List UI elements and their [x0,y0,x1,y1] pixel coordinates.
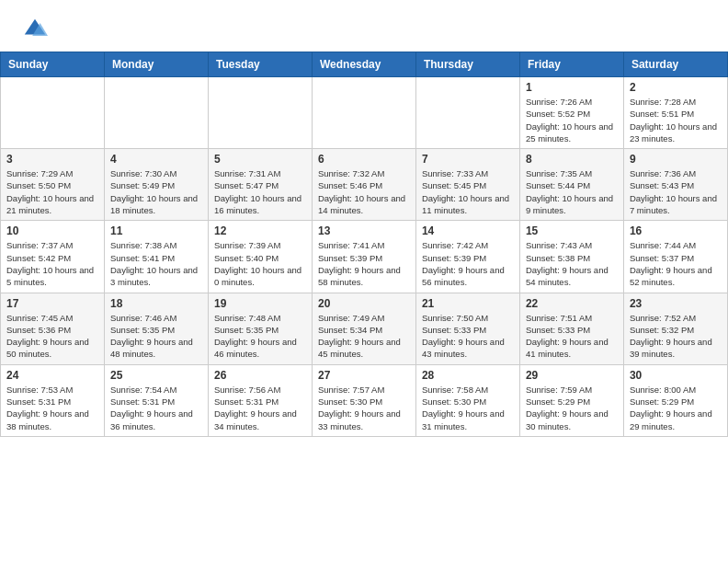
day-info: Sunrise: 7:48 AM Sunset: 5:35 PM Dayligh… [214,312,306,361]
calendar-cell: 16Sunrise: 7:44 AM Sunset: 5:37 PM Dayli… [623,221,727,293]
calendar-cell: 12Sunrise: 7:39 AM Sunset: 5:40 PM Dayli… [208,221,312,293]
day-number: 21 [422,297,514,310]
day-info: Sunrise: 7:29 AM Sunset: 5:50 PM Dayligh… [6,167,98,216]
calendar-cell [415,77,519,149]
calendar-week-3: 17Sunrise: 7:45 AM Sunset: 5:36 PM Dayli… [1,293,728,364]
calendar-cell: 7Sunrise: 7:33 AM Sunset: 5:45 PM Daylig… [415,149,519,221]
calendar-week-2: 10Sunrise: 7:37 AM Sunset: 5:42 PM Dayli… [1,221,728,293]
day-number: 22 [526,297,618,310]
day-number: 28 [422,369,514,382]
calendar-week-1: 3Sunrise: 7:29 AM Sunset: 5:50 PM Daylig… [1,149,728,221]
column-header-friday: Friday [519,52,623,77]
calendar-cell: 24Sunrise: 7:53 AM Sunset: 5:31 PM Dayli… [1,364,105,436]
day-info: Sunrise: 7:30 AM Sunset: 5:49 PM Dayligh… [110,167,202,216]
calendar-cell [208,77,312,149]
day-info: Sunrise: 7:59 AM Sunset: 5:29 PM Dayligh… [526,384,618,432]
day-info: Sunrise: 7:37 AM Sunset: 5:42 PM Dayligh… [6,239,98,288]
calendar-cell: 13Sunrise: 7:41 AM Sunset: 5:39 PM Dayli… [312,221,415,293]
calendar-cell: 25Sunrise: 7:54 AM Sunset: 5:31 PM Dayli… [104,364,208,436]
day-info: Sunrise: 7:35 AM Sunset: 5:44 PM Dayligh… [526,167,618,216]
calendar-cell: 23Sunrise: 7:52 AM Sunset: 5:32 PM Dayli… [623,293,727,364]
column-header-thursday: Thursday [415,52,519,77]
day-info: Sunrise: 7:46 AM Sunset: 5:35 PM Dayligh… [110,312,202,361]
day-number: 12 [214,224,306,237]
day-number: 7 [422,153,514,166]
day-info: Sunrise: 7:52 AM Sunset: 5:32 PM Dayligh… [630,312,722,361]
day-number: 14 [422,224,514,237]
calendar-cell: 18Sunrise: 7:46 AM Sunset: 5:35 PM Dayli… [104,293,208,364]
day-number: 19 [214,297,306,310]
calendar-cell: 3Sunrise: 7:29 AM Sunset: 5:50 PM Daylig… [1,149,105,221]
day-info: Sunrise: 7:41 AM Sunset: 5:39 PM Dayligh… [318,239,410,288]
day-info: Sunrise: 7:36 AM Sunset: 5:43 PM Dayligh… [630,167,722,216]
calendar-week-0: 1Sunrise: 7:26 AM Sunset: 5:52 PM Daylig… [1,77,728,149]
calendar-cell: 28Sunrise: 7:58 AM Sunset: 5:30 PM Dayli… [415,364,519,436]
day-number: 5 [214,153,306,166]
calendar-cell: 20Sunrise: 7:49 AM Sunset: 5:34 PM Dayli… [312,293,415,364]
calendar-cell: 8Sunrise: 7:35 AM Sunset: 5:44 PM Daylig… [519,149,623,221]
day-info: Sunrise: 7:38 AM Sunset: 5:41 PM Dayligh… [110,239,202,288]
day-info: Sunrise: 8:00 AM Sunset: 5:29 PM Dayligh… [630,384,722,432]
page-header [0,0,728,52]
column-header-tuesday: Tuesday [208,52,312,77]
calendar-cell: 21Sunrise: 7:50 AM Sunset: 5:33 PM Dayli… [415,293,519,364]
calendar-cell: 6Sunrise: 7:32 AM Sunset: 5:46 PM Daylig… [312,149,415,221]
day-info: Sunrise: 7:31 AM Sunset: 5:47 PM Dayligh… [214,167,306,216]
day-info: Sunrise: 7:54 AM Sunset: 5:31 PM Dayligh… [110,384,202,432]
day-number: 1 [526,81,618,94]
calendar-cell: 5Sunrise: 7:31 AM Sunset: 5:47 PM Daylig… [208,149,312,221]
day-info: Sunrise: 7:57 AM Sunset: 5:30 PM Dayligh… [318,384,410,432]
day-number: 6 [318,153,410,166]
day-info: Sunrise: 7:50 AM Sunset: 5:33 PM Dayligh… [422,312,514,361]
day-info: Sunrise: 7:44 AM Sunset: 5:37 PM Dayligh… [630,239,722,288]
calendar-cell: 27Sunrise: 7:57 AM Sunset: 5:30 PM Dayli… [312,364,415,436]
calendar-cell: 11Sunrise: 7:38 AM Sunset: 5:41 PM Dayli… [104,221,208,293]
logo-icon [22,17,48,42]
day-info: Sunrise: 7:39 AM Sunset: 5:40 PM Dayligh… [214,239,306,288]
column-header-monday: Monday [104,52,208,77]
day-number: 23 [630,297,722,310]
day-number: 25 [110,369,202,382]
calendar-cell: 17Sunrise: 7:45 AM Sunset: 5:36 PM Dayli… [1,293,105,364]
day-number: 29 [526,369,618,382]
day-info: Sunrise: 7:42 AM Sunset: 5:39 PM Dayligh… [422,239,514,288]
calendar-cell [1,77,105,149]
day-number: 26 [214,369,306,382]
day-number: 17 [6,297,98,310]
day-info: Sunrise: 7:49 AM Sunset: 5:34 PM Dayligh… [318,312,410,361]
day-info: Sunrise: 7:43 AM Sunset: 5:38 PM Dayligh… [526,239,618,288]
day-info: Sunrise: 7:28 AM Sunset: 5:51 PM Dayligh… [630,96,722,144]
day-number: 18 [110,297,202,310]
day-info: Sunrise: 7:53 AM Sunset: 5:31 PM Dayligh… [6,384,98,432]
calendar-cell: 2Sunrise: 7:28 AM Sunset: 5:51 PM Daylig… [623,77,727,149]
day-info: Sunrise: 7:33 AM Sunset: 5:45 PM Dayligh… [422,167,514,216]
day-number: 2 [630,81,722,94]
column-header-wednesday: Wednesday [312,52,415,77]
calendar-cell: 14Sunrise: 7:42 AM Sunset: 5:39 PM Dayli… [415,221,519,293]
calendar-cell [104,77,208,149]
day-info: Sunrise: 7:26 AM Sunset: 5:52 PM Dayligh… [526,96,618,144]
day-info: Sunrise: 7:58 AM Sunset: 5:30 PM Dayligh… [422,384,514,432]
day-number: 20 [318,297,410,310]
calendar-cell: 26Sunrise: 7:56 AM Sunset: 5:31 PM Dayli… [208,364,312,436]
day-number: 3 [6,153,98,166]
calendar-cell: 9Sunrise: 7:36 AM Sunset: 5:43 PM Daylig… [623,149,727,221]
logo [22,17,51,42]
calendar-cell [312,77,415,149]
calendar-cell: 1Sunrise: 7:26 AM Sunset: 5:52 PM Daylig… [519,77,623,149]
calendar-week-4: 24Sunrise: 7:53 AM Sunset: 5:31 PM Dayli… [1,364,728,436]
day-number: 8 [526,153,618,166]
calendar-cell: 29Sunrise: 7:59 AM Sunset: 5:29 PM Dayli… [519,364,623,436]
day-number: 15 [526,224,618,237]
calendar-cell: 4Sunrise: 7:30 AM Sunset: 5:49 PM Daylig… [104,149,208,221]
day-number: 13 [318,224,410,237]
calendar-cell: 22Sunrise: 7:51 AM Sunset: 5:33 PM Dayli… [519,293,623,364]
calendar-cell: 30Sunrise: 8:00 AM Sunset: 5:29 PM Dayli… [623,364,727,436]
calendar-cell: 19Sunrise: 7:48 AM Sunset: 5:35 PM Dayli… [208,293,312,364]
day-number: 27 [318,369,410,382]
day-info: Sunrise: 7:51 AM Sunset: 5:33 PM Dayligh… [526,312,618,361]
day-info: Sunrise: 7:56 AM Sunset: 5:31 PM Dayligh… [214,384,306,432]
column-header-saturday: Saturday [623,52,727,77]
calendar-table: SundayMondayTuesdayWednesdayThursdayFrid… [0,52,728,437]
day-number: 16 [630,224,722,237]
